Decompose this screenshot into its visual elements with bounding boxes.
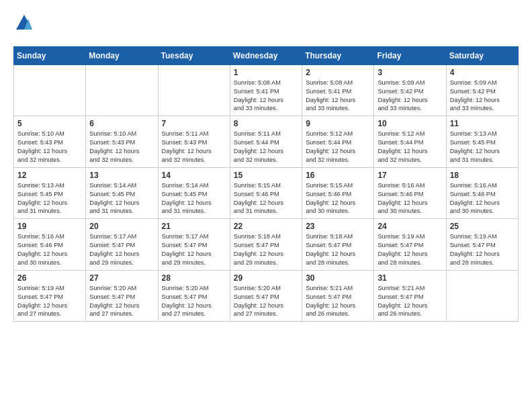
day-info: Sunrise: 5:18 AMSunset: 5:47 PMDaylight:… [234, 232, 298, 267]
day-number: 19 [17, 222, 82, 231]
day-info: Sunrise: 5:16 AMSunset: 5:46 PMDaylight:… [450, 181, 515, 216]
day-number: 25 [450, 222, 515, 231]
day-number: 10 [378, 119, 442, 128]
day-number: 15 [234, 171, 298, 180]
day-number: 26 [17, 273, 82, 283]
day-info: Sunrise: 5:09 AMSunset: 5:42 PMDaylight:… [450, 79, 515, 113]
calendar-cell: 28Sunrise: 5:20 AMSunset: 5:47 PMDayligh… [158, 270, 230, 322]
calendar-cell [14, 64, 86, 116]
day-number: 18 [450, 171, 515, 180]
day-number: 14 [162, 171, 226, 180]
calendar-cell: 18Sunrise: 5:16 AMSunset: 5:46 PMDayligh… [446, 167, 518, 219]
calendar-cell [86, 64, 158, 116]
calendar-cell: 16Sunrise: 5:15 AMSunset: 5:46 PMDayligh… [302, 167, 374, 219]
day-number: 22 [234, 222, 298, 231]
day-info: Sunrise: 5:20 AMSunset: 5:47 PMDaylight:… [234, 284, 298, 319]
calendar-cell: 10Sunrise: 5:12 AMSunset: 5:44 PMDayligh… [374, 116, 446, 168]
day-info: Sunrise: 5:12 AMSunset: 5:44 PMDaylight:… [306, 130, 370, 165]
day-info: Sunrise: 5:11 AMSunset: 5:43 PMDaylight:… [162, 130, 226, 165]
day-number: 7 [162, 119, 226, 128]
calendar-cell: 4Sunrise: 5:09 AMSunset: 5:42 PMDaylight… [446, 64, 518, 116]
day-info: Sunrise: 5:08 AMSunset: 5:41 PMDaylight:… [234, 79, 298, 113]
day-number: 9 [306, 119, 370, 128]
day-info: Sunrise: 5:21 AMSunset: 5:47 PMDaylight:… [306, 284, 370, 319]
calendar-cell: 30Sunrise: 5:21 AMSunset: 5:47 PMDayligh… [302, 270, 374, 322]
col-header-thursday: Thursday [302, 46, 374, 64]
page-header [13, 13, 519, 36]
day-info: Sunrise: 5:15 AMSunset: 5:46 PMDaylight:… [234, 181, 298, 216]
day-info: Sunrise: 5:20 AMSunset: 5:47 PMDaylight:… [89, 284, 154, 319]
calendar-cell: 19Sunrise: 5:16 AMSunset: 5:46 PMDayligh… [14, 219, 86, 271]
day-info: Sunrise: 5:14 AMSunset: 5:45 PMDaylight:… [162, 181, 226, 216]
day-info: Sunrise: 5:13 AMSunset: 5:45 PMDaylight:… [450, 130, 515, 165]
day-number: 30 [306, 273, 370, 283]
day-info: Sunrise: 5:16 AMSunset: 5:46 PMDaylight:… [17, 232, 82, 267]
day-info: Sunrise: 5:20 AMSunset: 5:47 PMDaylight:… [162, 284, 226, 319]
col-header-friday: Friday [374, 46, 446, 64]
calendar-cell: 2Sunrise: 5:08 AMSunset: 5:41 PMDaylight… [302, 64, 374, 116]
day-number: 11 [450, 119, 515, 128]
day-number: 17 [378, 171, 442, 180]
calendar-cell [446, 270, 518, 322]
calendar-cell: 27Sunrise: 5:20 AMSunset: 5:47 PMDayligh… [86, 270, 158, 322]
calendar-cell: 26Sunrise: 5:19 AMSunset: 5:47 PMDayligh… [14, 270, 86, 322]
day-number: 16 [306, 171, 370, 180]
day-info: Sunrise: 5:18 AMSunset: 5:47 PMDaylight:… [306, 232, 370, 267]
col-header-monday: Monday [86, 46, 158, 64]
day-info: Sunrise: 5:15 AMSunset: 5:46 PMDaylight:… [306, 181, 370, 216]
day-number: 13 [89, 171, 154, 180]
day-number: 20 [89, 222, 154, 231]
calendar-cell: 29Sunrise: 5:20 AMSunset: 5:47 PMDayligh… [230, 270, 302, 322]
calendar-cell: 12Sunrise: 5:13 AMSunset: 5:45 PMDayligh… [14, 167, 86, 219]
day-info: Sunrise: 5:13 AMSunset: 5:45 PMDaylight:… [17, 181, 82, 216]
calendar-cell: 14Sunrise: 5:14 AMSunset: 5:45 PMDayligh… [158, 167, 230, 219]
day-number: 27 [89, 273, 154, 283]
day-number: 21 [162, 222, 226, 231]
col-header-sunday: Sunday [14, 46, 86, 64]
day-info: Sunrise: 5:10 AMSunset: 5:43 PMDaylight:… [89, 130, 154, 165]
day-info: Sunrise: 5:09 AMSunset: 5:42 PMDaylight:… [378, 79, 442, 113]
day-number: 12 [17, 171, 82, 180]
day-info: Sunrise: 5:19 AMSunset: 5:47 PMDaylight:… [378, 232, 442, 267]
col-header-tuesday: Tuesday [158, 46, 230, 64]
day-number: 8 [234, 119, 298, 128]
col-header-saturday: Saturday [446, 46, 518, 64]
day-number: 23 [306, 222, 370, 231]
day-number: 4 [450, 68, 515, 77]
day-info: Sunrise: 5:12 AMSunset: 5:44 PMDaylight:… [378, 130, 442, 165]
day-info: Sunrise: 5:19 AMSunset: 5:47 PMDaylight:… [17, 284, 82, 319]
day-info: Sunrise: 5:14 AMSunset: 5:45 PMDaylight:… [89, 181, 154, 216]
day-info: Sunrise: 5:16 AMSunset: 5:46 PMDaylight:… [378, 181, 442, 216]
day-number: 6 [89, 119, 154, 128]
calendar-cell: 15Sunrise: 5:15 AMSunset: 5:46 PMDayligh… [230, 167, 302, 219]
calendar-cell: 22Sunrise: 5:18 AMSunset: 5:47 PMDayligh… [230, 219, 302, 271]
day-number: 2 [306, 68, 370, 77]
calendar-table: SundayMondayTuesdayWednesdayThursdayFrid… [13, 46, 519, 322]
calendar-cell: 13Sunrise: 5:14 AMSunset: 5:45 PMDayligh… [86, 167, 158, 219]
logo-icon [15, 13, 34, 32]
calendar-cell: 23Sunrise: 5:18 AMSunset: 5:47 PMDayligh… [302, 219, 374, 271]
day-info: Sunrise: 5:17 AMSunset: 5:47 PMDaylight:… [162, 232, 226, 267]
calendar-cell: 25Sunrise: 5:19 AMSunset: 5:47 PMDayligh… [446, 219, 518, 271]
calendar-cell: 7Sunrise: 5:11 AMSunset: 5:43 PMDaylight… [158, 116, 230, 168]
calendar-cell: 1Sunrise: 5:08 AMSunset: 5:41 PMDaylight… [230, 64, 302, 116]
calendar-cell: 17Sunrise: 5:16 AMSunset: 5:46 PMDayligh… [374, 167, 446, 219]
day-info: Sunrise: 5:10 AMSunset: 5:43 PMDaylight:… [17, 130, 82, 165]
day-number: 24 [378, 222, 442, 231]
day-info: Sunrise: 5:19 AMSunset: 5:47 PMDaylight:… [450, 232, 515, 267]
calendar-cell: 11Sunrise: 5:13 AMSunset: 5:45 PMDayligh… [446, 116, 518, 168]
day-info: Sunrise: 5:17 AMSunset: 5:47 PMDaylight:… [89, 232, 154, 267]
calendar-cell: 5Sunrise: 5:10 AMSunset: 5:43 PMDaylight… [14, 116, 86, 168]
calendar-cell: 3Sunrise: 5:09 AMSunset: 5:42 PMDaylight… [374, 64, 446, 116]
calendar-cell: 8Sunrise: 5:11 AMSunset: 5:44 PMDaylight… [230, 116, 302, 168]
calendar-cell: 21Sunrise: 5:17 AMSunset: 5:47 PMDayligh… [158, 219, 230, 271]
day-number: 31 [378, 273, 442, 283]
day-info: Sunrise: 5:11 AMSunset: 5:44 PMDaylight:… [234, 130, 298, 165]
calendar-cell: 9Sunrise: 5:12 AMSunset: 5:44 PMDaylight… [302, 116, 374, 168]
calendar-cell: 31Sunrise: 5:21 AMSunset: 5:47 PMDayligh… [374, 270, 446, 322]
day-number: 1 [234, 68, 298, 77]
calendar-cell: 24Sunrise: 5:19 AMSunset: 5:47 PMDayligh… [374, 219, 446, 271]
day-number: 29 [234, 273, 298, 283]
col-header-wednesday: Wednesday [230, 46, 302, 64]
day-info: Sunrise: 5:08 AMSunset: 5:41 PMDaylight:… [306, 79, 370, 113]
